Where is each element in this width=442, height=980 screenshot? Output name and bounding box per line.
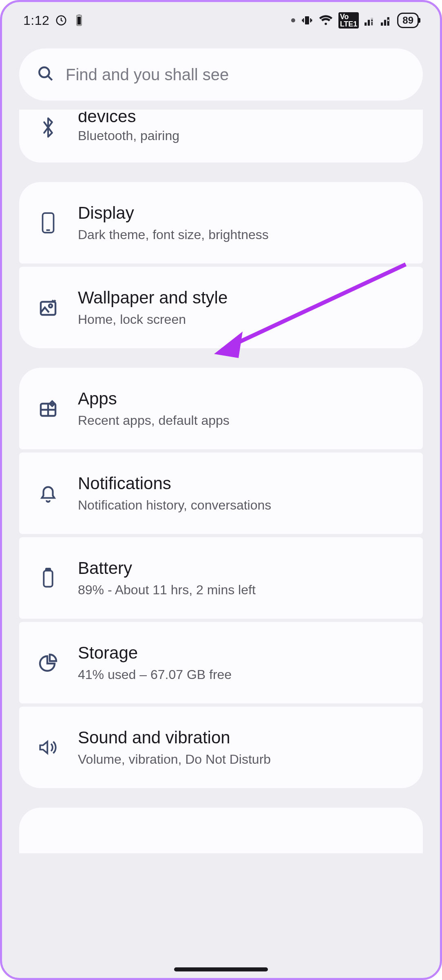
- search-bar[interactable]: Find and you shall see: [19, 48, 423, 101]
- signal-2-icon: [381, 15, 391, 26]
- svg-rect-13: [388, 22, 389, 25]
- status-left: 1:12: [23, 13, 85, 28]
- status-right: VoLTE1 89: [291, 12, 419, 29]
- svg-rect-6: [368, 20, 370, 26]
- svg-point-9: [371, 20, 373, 21]
- item-texts: Apps Recent apps, default apps: [78, 389, 230, 428]
- battery-level-icon: [73, 14, 85, 26]
- item-texts: Notifications Notification history, conv…: [78, 474, 271, 513]
- battery-status-icon: 89: [397, 13, 419, 28]
- navigation-handle[interactable]: [174, 967, 268, 971]
- item-title: Wallpaper and style: [78, 288, 228, 308]
- svg-point-15: [39, 67, 49, 77]
- svg-rect-3: [77, 17, 81, 24]
- vibrate-icon: [301, 14, 313, 26]
- settings-item-wallpaper[interactable]: Wallpaper and style Home, lock screen: [19, 267, 423, 348]
- settings-group-system: Apps Recent apps, default apps Notificat…: [19, 368, 423, 788]
- status-time: 1:12: [23, 13, 49, 28]
- storage-pie-icon: [34, 648, 62, 677]
- wallpaper-icon: [34, 293, 62, 322]
- svg-rect-2: [78, 14, 80, 15]
- item-title: Connected devices: [78, 112, 179, 124]
- settings-item-storage[interactable]: Storage 41% used – 67.07 GB free: [19, 622, 423, 703]
- item-texts: Display Dark theme, font size, brightnes…: [78, 203, 269, 243]
- item-texts: Storage 41% used – 67.07 GB free: [78, 643, 232, 683]
- svg-rect-4: [305, 16, 309, 24]
- search-wrap: Find and you shall see: [2, 39, 440, 110]
- svg-rect-8: [371, 22, 373, 25]
- svg-rect-24: [46, 569, 51, 571]
- phone-icon: [34, 209, 62, 237]
- search-icon: [37, 65, 54, 84]
- item-texts: Wallpaper and style Home, lock screen: [78, 288, 228, 327]
- item-title: Notifications: [78, 474, 271, 493]
- svg-rect-5: [365, 22, 367, 26]
- settings-group-display: Display Dark theme, font size, brightnes…: [19, 182, 423, 348]
- settings-item-accessibility[interactable]: Accessibility: [19, 808, 423, 853]
- settings-item-sound[interactable]: Sound and vibration Volume, vibration, D…: [19, 707, 423, 788]
- settings-item-apps[interactable]: Apps Recent apps, default apps: [19, 368, 423, 449]
- item-subtitle: Bluetooth, pairing: [78, 128, 179, 143]
- signal-1-icon: [365, 15, 375, 26]
- volte-badge: VoLTE1: [338, 12, 359, 29]
- status-bar: 1:12 VoLTE1 89: [2, 2, 440, 39]
- phone-screen: 1:12 VoLTE1 89: [2, 2, 440, 978]
- item-title: Battery: [78, 558, 256, 578]
- item-subtitle: Dark theme, font size, brightness: [78, 227, 269, 242]
- svg-rect-23: [44, 571, 52, 587]
- item-subtitle: Volume, vibration, Do Not Disturb: [78, 751, 271, 767]
- clock-icon: [55, 14, 67, 26]
- settings-item-display[interactable]: Display Dark theme, font size, brightnes…: [19, 182, 423, 264]
- item-title: Sound and vibration: [78, 728, 271, 747]
- wifi-icon: [319, 14, 333, 26]
- item-subtitle: 41% used – 67.07 GB free: [78, 667, 232, 682]
- settings-groups: Connected devices Bluetooth, pairing Dis…: [2, 110, 440, 853]
- item-title: Storage: [78, 643, 232, 663]
- battery-percent: 89: [402, 15, 413, 26]
- item-texts: Connected devices Bluetooth, pairing: [78, 112, 179, 143]
- svg-point-14: [388, 20, 389, 21]
- bell-icon: [34, 479, 62, 508]
- item-title: Apps: [78, 389, 230, 409]
- settings-item-notifications[interactable]: Notifications Notification history, conv…: [19, 453, 423, 534]
- search-placeholder: Find and you shall see: [66, 66, 229, 84]
- svg-rect-10: [381, 22, 383, 26]
- settings-item-connected-devices[interactable]: Connected devices Bluetooth, pairing: [19, 110, 423, 163]
- speaker-icon: [34, 733, 62, 762]
- accessibility-icon: [34, 825, 62, 853]
- notification-dot-icon: [291, 18, 295, 22]
- svg-rect-11: [384, 20, 386, 26]
- item-subtitle: 89% - About 11 hrs, 2 mins left: [78, 582, 256, 598]
- item-subtitle: Recent apps, default apps: [78, 413, 230, 428]
- item-texts: Sound and vibration Volume, vibration, D…: [78, 728, 271, 767]
- bluetooth-icon: [34, 113, 62, 142]
- item-title: Display: [78, 203, 269, 223]
- battery-icon: [34, 564, 62, 592]
- item-subtitle: Notification history, conversations: [78, 497, 271, 513]
- item-subtitle: Home, lock screen: [78, 312, 228, 327]
- settings-scroll[interactable]: Connected devices Bluetooth, pairing Dis…: [2, 110, 440, 978]
- item-texts: Battery 89% - About 11 hrs, 2 mins left: [78, 558, 256, 598]
- svg-point-19: [49, 304, 52, 308]
- settings-item-battery[interactable]: Battery 89% - About 11 hrs, 2 mins left: [19, 537, 423, 619]
- apps-icon: [34, 394, 62, 423]
- svg-rect-18: [41, 302, 55, 315]
